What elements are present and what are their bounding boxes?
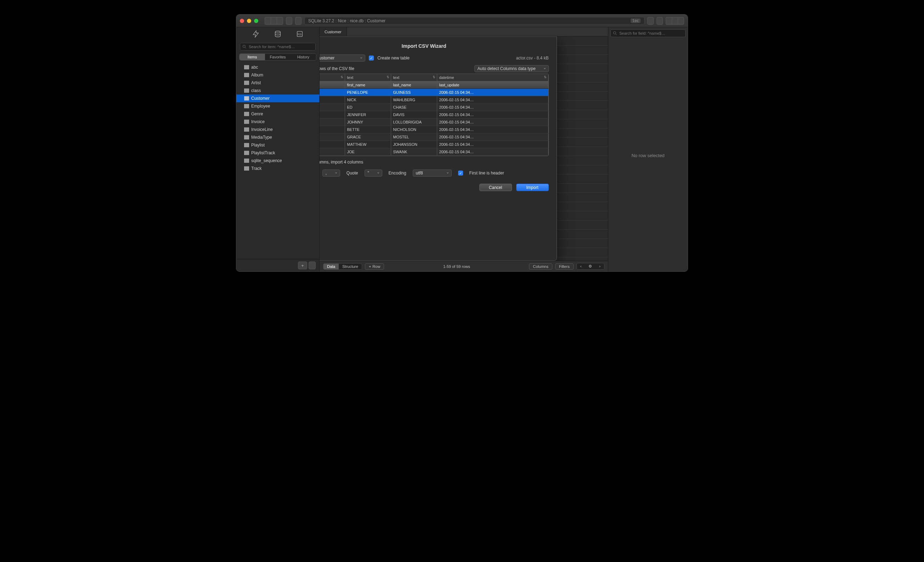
preview-row[interactable]: 2NICKWAHLBERG2006-02-15 04:34…	[320, 96, 549, 104]
svg-rect-45	[244, 112, 249, 113]
quote-label: Quote	[346, 170, 358, 176]
next-page-button[interactable]: ›	[596, 263, 604, 269]
title-path: SQLite 3.27.2 : Nice : nice.db : Custome…	[304, 17, 645, 25]
bolt-icon[interactable]	[252, 30, 260, 39]
view-structure[interactable]: Structure	[339, 264, 362, 269]
search-toolbar-button[interactable]	[647, 17, 654, 25]
svg-rect-64	[244, 161, 249, 162]
stop-button[interactable]	[265, 17, 271, 25]
svg-rect-43	[244, 106, 249, 107]
preview-row[interactable]: 6BETTENICHOLSON2006-02-15 04:34…	[320, 126, 549, 133]
svg-rect-31	[244, 75, 249, 76]
table-menu-button[interactable]	[309, 262, 316, 269]
preview-row[interactable]: 7GRACEMOSTEL2006-02-15 04:34…	[320, 133, 549, 141]
sidebar-table-artist[interactable]: Artist	[236, 79, 319, 87]
sidebar-table-mediatype[interactable]: MediaType	[236, 133, 319, 141]
auto-detect-select[interactable]: Auto detect Columns data type	[474, 65, 549, 72]
prev-page-button[interactable]: ‹	[577, 263, 585, 269]
preview-row[interactable]: 4JENNIFERDAVIS2006-02-15 04:34…	[320, 111, 549, 118]
table-list: abcAlbumArtistclassCustomerEmployeeGenre…	[236, 63, 319, 259]
segment-favorites[interactable]: Favorites	[265, 54, 291, 60]
svg-rect-61	[244, 153, 249, 154]
sidebar-table-album[interactable]: Album	[236, 71, 319, 79]
sidebar-table-genre[interactable]: Genre	[236, 110, 319, 118]
table-select[interactable]: Customer	[320, 54, 365, 61]
preview-row[interactable]: 9JOESWANK2006-02-15 04:34…	[320, 148, 549, 156]
svg-point-21	[275, 31, 280, 33]
segment-history[interactable]: History	[291, 54, 316, 60]
segment-items[interactable]: Items	[240, 54, 265, 60]
preview-row[interactable]: 5JOHNNYLOLLOBRIGIDA2006-02-15 04:34…	[320, 118, 549, 126]
grid-view-button[interactable]	[657, 17, 663, 25]
sidebar-table-invoice[interactable]: Invoice	[236, 118, 319, 126]
search-icon	[242, 44, 247, 49]
sql-icon[interactable]: SQL	[296, 30, 304, 39]
svg-rect-37	[244, 91, 249, 92]
sidebar-table-playlist[interactable]: Playlist	[236, 141, 319, 149]
columns-button[interactable]: Columns	[529, 263, 552, 270]
col-type-0[interactable]: integer	[320, 74, 345, 81]
svg-rect-36	[244, 88, 249, 90]
database-icon[interactable]	[274, 30, 282, 39]
sidebar-table-employee[interactable]: Employee	[236, 102, 319, 110]
close-window-button[interactable]	[240, 19, 244, 23]
svg-point-24	[243, 45, 245, 48]
sidebar: SQL Items Favorites History abcAlbumArti…	[236, 27, 320, 271]
col-type-1[interactable]: text	[345, 74, 391, 81]
sidebar-table-customer[interactable]: Customer	[236, 94, 319, 102]
create-new-checkbox[interactable]: ✓	[369, 55, 374, 61]
encoding-label: Encoding	[388, 170, 406, 176]
col-head-2: last_name	[391, 81, 437, 88]
sidebar-table-playlisttrack[interactable]: PlaylistTrack	[236, 149, 319, 157]
filters-button[interactable]: Filters	[555, 263, 574, 270]
preview-row[interactable]: 8MATTHEWJOHANSSON2006-02-15 04:34…	[320, 141, 549, 148]
quote-select[interactable]: "	[364, 169, 382, 176]
svg-rect-63	[244, 158, 249, 160]
svg-rect-49	[244, 122, 249, 123]
reload-button[interactable]	[295, 17, 302, 25]
list-button[interactable]	[277, 17, 283, 25]
preview-row[interactable]: 3EDCHASE2006-02-15 04:34…	[320, 104, 549, 111]
sidebar-table-abc[interactable]: abc	[236, 63, 319, 71]
search-icon	[613, 31, 618, 36]
sidebar-table-track[interactable]: Track	[236, 164, 319, 172]
svg-rect-39	[244, 96, 249, 97]
sidebar-table-sqlite_sequence[interactable]: sqlite_sequence	[236, 157, 319, 164]
delimiter-select[interactable]: ,	[322, 169, 340, 176]
panel-right-button[interactable]	[678, 17, 684, 25]
panel-bottom-button[interactable]	[672, 17, 678, 25]
preview-button[interactable]	[271, 17, 277, 25]
traffic-lights	[240, 19, 258, 23]
lock-button[interactable]	[286, 17, 292, 25]
encoding-select[interactable]: utf8	[413, 169, 452, 176]
csv-preview: integer text text datetime actor_id firs…	[320, 73, 549, 156]
minimize-window-button[interactable]	[247, 19, 251, 23]
col-type-2[interactable]: text	[391, 74, 437, 81]
svg-rect-30	[244, 73, 249, 74]
panel-left-button[interactable]	[666, 17, 672, 25]
zoom-window-button[interactable]	[254, 19, 258, 23]
svg-rect-48	[244, 120, 249, 121]
view-data[interactable]: Data	[324, 264, 339, 269]
col-type-3[interactable]: datetime	[437, 74, 549, 81]
import-button[interactable]: Import	[516, 184, 549, 191]
inspector-search-input[interactable]	[610, 29, 686, 37]
preview-row[interactable]: 1PENELOPEGUINESS2006-02-15 04:34…	[320, 89, 549, 96]
sidebar-table-class[interactable]: class	[236, 87, 319, 94]
header-checkbox[interactable]: ✓	[458, 170, 463, 176]
sidebar-search-input[interactable]	[240, 43, 316, 51]
svg-text:SQL: SQL	[298, 33, 302, 36]
sidebar-table-invoiceline[interactable]: InvoiceLine	[236, 126, 319, 133]
add-row-button[interactable]: + Row	[365, 263, 384, 270]
svg-rect-55	[244, 137, 249, 138]
first-rows-label: First 100 rows of the CSV file	[320, 66, 354, 71]
svg-rect-46	[244, 114, 249, 115]
cancel-button[interactable]: Cancel	[479, 184, 512, 191]
svg-rect-60	[244, 151, 249, 152]
page-settings-button[interactable]: ⚙	[585, 263, 596, 269]
tab-customer[interactable]: Customer	[320, 27, 347, 36]
file-info: actor.csv - 8.4 kB	[516, 55, 549, 61]
create-new-label: Create new table	[377, 55, 410, 61]
app-window: SQLite 3.27.2 : Nice : nice.db : Custome…	[236, 14, 688, 272]
add-table-button[interactable]: +	[298, 262, 307, 269]
